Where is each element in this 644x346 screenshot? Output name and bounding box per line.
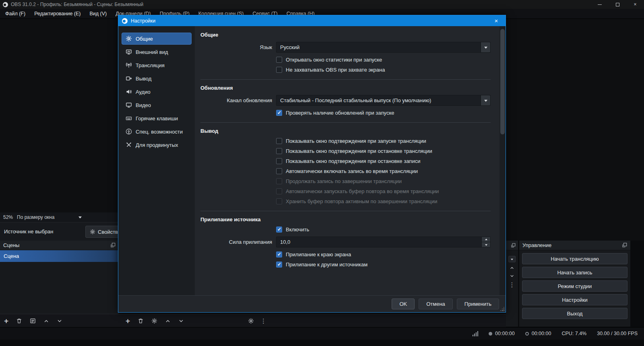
chevron-down-icon xyxy=(78,216,82,220)
close-button[interactable]: × xyxy=(626,0,644,9)
settings-button[interactable]: Настройки xyxy=(522,294,627,305)
mixer-advanced-button[interactable] xyxy=(248,318,254,324)
scenes-move-up-button[interactable] xyxy=(43,318,49,324)
checkbox-label: Не захватывать OBS при захвате экрана xyxy=(286,67,385,73)
sources-properties-button[interactable] xyxy=(151,318,157,324)
exit-button[interactable]: Выход xyxy=(522,308,627,319)
sources-toolbar: + xyxy=(126,314,184,327)
snap-strength-label: Сила прилипания xyxy=(200,239,272,245)
popout-icon[interactable] xyxy=(511,243,516,248)
confirm-stop-record-checkbox[interactable]: Показывать окно подтверждения при остано… xyxy=(276,158,491,164)
sources-add-button[interactable]: + xyxy=(126,317,130,325)
kebab-icon: ⋮ xyxy=(260,318,266,324)
checkbox-label: Прилипание к краю экрана xyxy=(286,251,351,257)
update-channel-label: Канал обновления xyxy=(200,97,272,103)
sidebar-item-video[interactable]: Видео xyxy=(122,99,192,111)
broadcast-icon xyxy=(126,62,132,68)
controls-panel: Управление Начать трансляцию Начать запи… xyxy=(519,241,630,327)
mixer-toolbar: ⋮ xyxy=(248,314,266,327)
menu-edit[interactable]: Редактирование (E) xyxy=(30,9,85,19)
auto-record-checkbox[interactable]: Автоматически включать запись во время т… xyxy=(276,168,491,174)
confirm-start-stream-checkbox[interactable]: Показывать окно подтверждения при запуск… xyxy=(276,138,491,144)
scene-filters-button[interactable] xyxy=(30,318,36,324)
sources-move-up-button[interactable] xyxy=(165,318,171,324)
trash-icon xyxy=(138,318,144,324)
preview-zoom-bar: 52% По размеру окна xyxy=(0,212,119,222)
mixer-down-button[interactable] xyxy=(510,274,514,278)
scenes-panel: Сцены Сцена xyxy=(0,241,119,314)
sidebar-item-label: Видео xyxy=(136,102,151,108)
popout-icon[interactable] xyxy=(622,243,627,248)
controls-header-label: Управление xyxy=(522,242,551,248)
checkbox-icon xyxy=(276,227,282,233)
controls-panel-header: Управление xyxy=(519,241,630,250)
language-dropdown[interactable]: Русский xyxy=(276,42,491,53)
update-channel-value: Стабильный - Последний стабильный выпуск… xyxy=(280,97,431,103)
sidebar-item-label: Вывод xyxy=(136,76,151,82)
scenes-add-button[interactable]: + xyxy=(4,317,8,325)
mixer-up-button[interactable] xyxy=(510,266,514,270)
section-divider xyxy=(200,122,491,123)
sidebar-item-hotkeys[interactable]: Горячие клавиши xyxy=(122,112,192,124)
scenes-move-down-button[interactable] xyxy=(57,318,62,324)
spin-down-button[interactable] xyxy=(481,242,490,247)
preview-scale-value: По размеру окна xyxy=(17,214,54,220)
scene-list-item[interactable]: Сцена xyxy=(0,250,119,262)
signal-bars-icon xyxy=(473,331,479,336)
studio-mode-button[interactable]: Режим студии xyxy=(522,280,627,292)
sidebar-item-output[interactable]: Вывод xyxy=(122,72,192,84)
network-status xyxy=(473,331,479,336)
start-recording-button[interactable]: Начать запись xyxy=(522,267,627,278)
sidebar-item-label: Для продвинутых xyxy=(136,142,178,148)
confirm-stop-stream-checkbox[interactable]: Показывать окно подтверждения при остано… xyxy=(276,148,491,154)
sidebar-item-audio[interactable]: Аудио xyxy=(122,86,192,98)
scrollbar-thumb[interactable] xyxy=(500,29,505,134)
sidebar-item-label: Внешний вид xyxy=(136,49,168,55)
sidebar-item-label: Горячие клавиши xyxy=(136,115,178,122)
ok-button[interactable]: OK xyxy=(392,299,415,309)
trash-icon xyxy=(16,318,22,324)
resize-grip[interactable] xyxy=(500,307,504,311)
checkbox-label: Продолжать запись по завершении трансляц… xyxy=(286,178,402,184)
chevron-up-icon xyxy=(165,318,171,324)
snap-strength-value: 10,0 xyxy=(280,239,290,245)
sidebar-item-advanced[interactable]: Для продвинутых xyxy=(122,139,192,151)
sidebar-item-stream[interactable]: Трансляция xyxy=(122,59,192,71)
check-updates-checkbox[interactable]: Проверять наличие обновлений при запуске xyxy=(276,110,491,116)
dialog-close-button[interactable]: × xyxy=(491,17,502,24)
apply-button[interactable]: Применить xyxy=(457,299,499,309)
cancel-button[interactable]: Отмена xyxy=(419,299,453,309)
snap-edge-checkbox[interactable]: Прилипание к краю экрана xyxy=(276,251,491,257)
sidebar-item-label: Трансляция xyxy=(136,62,165,68)
spin-up-button[interactable] xyxy=(481,237,490,242)
mixer-menu-button[interactable]: ⋮ xyxy=(260,318,266,324)
mixer-combo-arrow[interactable] xyxy=(508,256,516,262)
checkbox-label: Проверять наличие обновлений при запуске xyxy=(286,110,394,116)
hide-obs-capture-checkbox[interactable]: Не захватывать OBS при захвате экрана xyxy=(276,67,491,73)
zoom-level: 52% xyxy=(3,214,13,220)
snapping-enable-checkbox[interactable]: Включить xyxy=(276,227,491,233)
open-stats-checkbox[interactable]: Открывать окно статистики при запуске xyxy=(276,57,491,63)
menu-view[interactable]: Вид (V) xyxy=(85,9,111,19)
minimize-button[interactable] xyxy=(591,0,609,9)
popout-icon[interactable] xyxy=(110,243,116,248)
checkbox-label: Хранить буфер повтора активным по заверш… xyxy=(286,198,437,204)
sidebar-item-appearance[interactable]: Внешний вид xyxy=(122,46,192,58)
menu-file[interactable]: Файл (F) xyxy=(1,9,30,19)
gear-icon xyxy=(248,318,254,324)
sidebar-item-general[interactable]: Общие xyxy=(122,33,192,45)
snap-strength-spinbox[interactable]: 10,0 xyxy=(276,237,491,247)
sources-remove-button[interactable] xyxy=(138,318,144,324)
dialog-scrollbar[interactable] xyxy=(500,26,506,295)
dialog-titlebar[interactable]: Настройки × xyxy=(118,15,506,26)
preview-scale-dropdown[interactable]: По размеру окна xyxy=(17,214,82,220)
start-streaming-button[interactable]: Начать трансляцию xyxy=(522,253,627,264)
mixer-kebab-button[interactable]: ⋮ xyxy=(509,282,515,288)
snap-sources-checkbox[interactable]: Прилипание к другим источникам xyxy=(276,262,491,268)
update-channel-dropdown[interactable]: Стабильный - Последний стабильный выпуск… xyxy=(276,95,491,106)
checkbox-icon xyxy=(276,67,282,73)
sidebar-item-accessibility[interactable]: Спец. возможности xyxy=(122,126,192,138)
scenes-remove-button[interactable] xyxy=(16,318,22,324)
sources-move-down-button[interactable] xyxy=(178,318,184,324)
maximize-button[interactable] xyxy=(609,0,626,9)
